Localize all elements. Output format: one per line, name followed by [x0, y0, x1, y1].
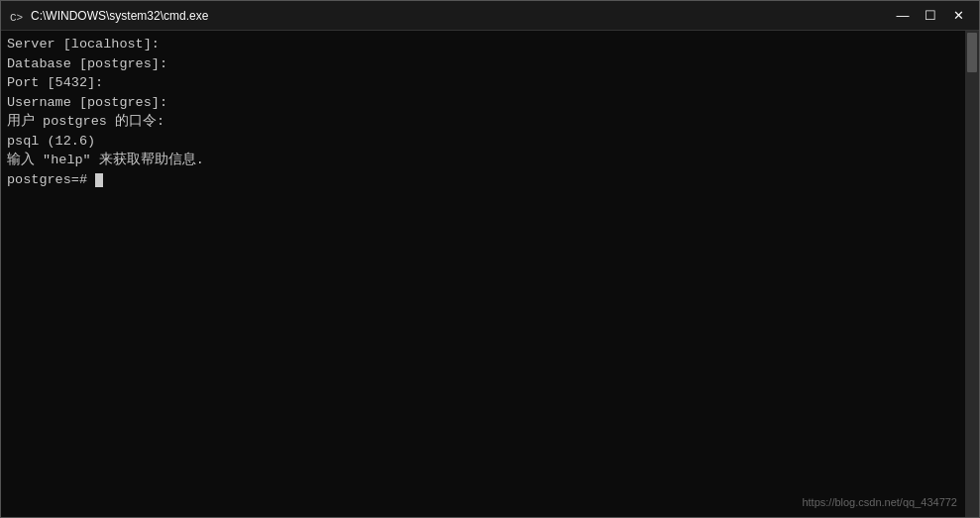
maximize-button[interactable]: ☐	[918, 6, 943, 26]
terminal-line-4: Username [postgres]:	[7, 93, 959, 113]
minimize-button[interactable]: —	[890, 6, 916, 26]
terminal-line-3: Port [5432]:	[7, 73, 959, 93]
scrollbar-thumb[interactable]	[967, 33, 977, 72]
terminal-line-7: 输入 "help" 来获取帮助信息.	[7, 151, 959, 170]
cmd-window: C> C:\WINDOWS\system32\cmd.exe — ☐ ✕ Ser…	[0, 0, 980, 518]
terminal-line-6: psql (12.6)	[7, 132, 959, 152]
svg-text:C>: C>	[10, 12, 23, 24]
content-area: Server [localhost]: Database [postgres]:…	[1, 31, 979, 517]
scrollbar[interactable]	[965, 31, 979, 517]
close-button[interactable]: ✕	[945, 6, 971, 26]
watermark: https://blog.csdn.net/qq_434772	[802, 495, 957, 511]
terminal-line-2: Database [postgres]:	[7, 54, 959, 74]
title-bar-left: C> C:\WINDOWS\system32\cmd.exe	[9, 8, 208, 24]
terminal[interactable]: Server [localhost]: Database [postgres]:…	[1, 31, 965, 517]
title-bar: C> C:\WINDOWS\system32\cmd.exe — ☐ ✕	[1, 1, 979, 31]
cursor	[95, 173, 103, 187]
title-bar-controls: — ☐ ✕	[890, 6, 971, 26]
terminal-prompt: postgres=#	[7, 170, 959, 190]
cmd-icon: C>	[9, 8, 25, 24]
title-bar-text: C:\WINDOWS\system32\cmd.exe	[31, 9, 208, 23]
terminal-line-5: 用户 postgres 的口令:	[7, 112, 959, 132]
terminal-line-1: Server [localhost]:	[7, 35, 959, 54]
